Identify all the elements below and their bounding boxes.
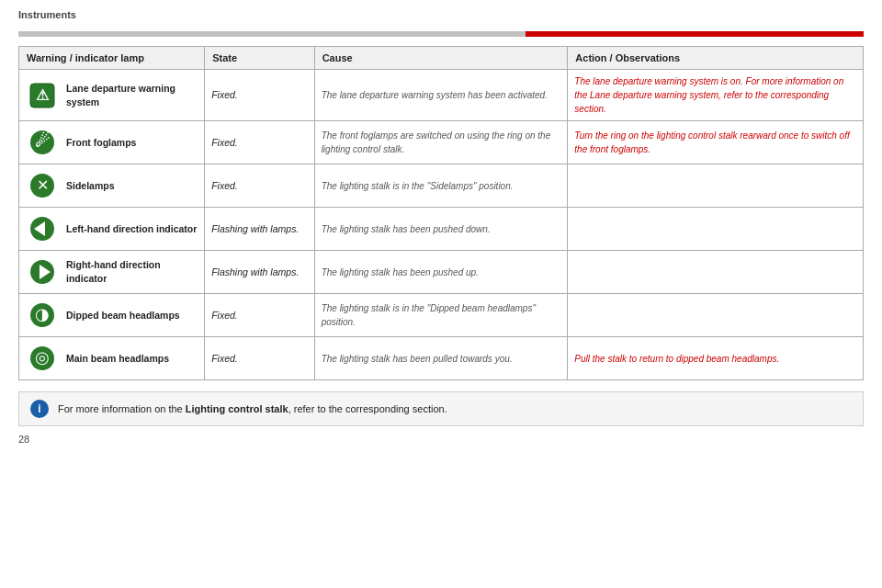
right-arrow-icon: [26, 255, 59, 288]
action-sidelamps: [568, 164, 864, 208]
table-row: Left-hand direction indicator Flashing w…: [19, 208, 864, 251]
cause-left-hand-direction: The lighting stalk has been pushed down.: [314, 208, 568, 251]
action-left-hand-direction: [568, 208, 864, 251]
left-arrow-icon: [26, 212, 59, 245]
page-number: 28: [18, 434, 864, 445]
lamp-label-main-beam: Main beam headlamps: [66, 352, 169, 366]
info-bold-text: Lighting control stalk: [186, 403, 288, 414]
lamp-cell-sidelamps: ✕ Sidelamps: [19, 164, 205, 208]
table-row: ⚠ Lane departure warning system Fixed.Th…: [19, 70, 864, 121]
info-text-before: For more information on the: [58, 403, 186, 414]
front-fog-icon: ☄: [26, 126, 59, 159]
lamp-cell-main-beam: ◎ Main beam headlamps: [19, 337, 205, 380]
state-sidelamps: Fixed.: [205, 164, 314, 208]
state-dipped-beam: Fixed.: [205, 294, 314, 337]
cause-lane-departure: The lane departure warning system has be…: [314, 70, 568, 121]
sidelamps-icon: ✕: [26, 169, 59, 202]
svg-text:⚠: ⚠: [36, 87, 50, 103]
lamp-label-dipped-beam: Dipped beam headlamps: [66, 309, 180, 322]
cause-main-beam: The lighting stalk has been pulled towar…: [314, 337, 568, 380]
state-right-hand-direction: Flashing with lamps.: [205, 251, 314, 294]
lamp-label-lane-departure: Lane departure warning system: [66, 82, 198, 108]
warning-lamp-table: Warning / indicator lamp State Cause Act…: [18, 46, 864, 380]
col-header-state: State: [205, 47, 314, 70]
lamp-label-right-hand-direction: Right-hand direction indicator: [66, 258, 198, 285]
table-header-row: Warning / indicator lamp State Cause Act…: [19, 47, 864, 70]
table-row: ✕ Sidelamps Fixed.The lighting stalk is …: [19, 164, 864, 208]
info-text: For more information on the Lighting con…: [58, 403, 447, 414]
cause-sidelamps: The lighting stalk is in the "Sidelamps"…: [314, 164, 568, 208]
table-row: Right-hand direction indicator Flashing …: [19, 251, 864, 294]
state-lane-departure: Fixed.: [205, 70, 314, 121]
lamp-cell-right-hand-direction: Right-hand direction indicator: [19, 251, 205, 294]
info-text-after: , refer to the corresponding section.: [288, 403, 447, 414]
col-header-lamp: Warning / indicator lamp: [19, 47, 205, 70]
svg-text:◑: ◑: [35, 305, 50, 323]
cause-front-foglamps: The front foglamps are switched on using…: [314, 121, 568, 164]
svg-text:☄: ☄: [35, 131, 50, 151]
col-header-action: Action / Observations: [568, 47, 864, 70]
lamp-cell-front-foglamps: ☄ Front foglamps: [19, 121, 205, 164]
table-row: ☄ Front foglamps Fixed.The front foglamp…: [19, 121, 864, 164]
cause-dipped-beam: The lighting stalk is in the "Dipped bea…: [314, 294, 568, 337]
action-right-hand-direction: [568, 251, 864, 294]
lamp-cell-lane-departure: ⚠ Lane departure warning system: [19, 70, 205, 121]
action-dipped-beam: [568, 294, 864, 337]
lamp-cell-dipped-beam: ◑ Dipped beam headlamps: [19, 294, 205, 337]
action-front-foglamps: Turn the ring on the lighting control st…: [568, 121, 864, 164]
main-beam-icon: ◎: [26, 342, 59, 375]
lamp-label-front-foglamps: Front foglamps: [66, 136, 136, 150]
page-header: Instruments: [18, 9, 864, 37]
info-icon: i: [30, 400, 49, 418]
cause-right-hand-direction: The lighting stalk has been pushed up.: [314, 251, 568, 294]
lamp-label-sidelamps: Sidelamps: [66, 179, 115, 193]
svg-text:◎: ◎: [35, 348, 50, 367]
svg-text:✕: ✕: [37, 177, 49, 193]
table-row: ◑ Dipped beam headlamps Fixed.The lighti…: [19, 294, 864, 337]
col-header-cause: Cause: [314, 47, 568, 70]
lane-departure-icon: ⚠: [26, 79, 59, 112]
state-front-foglamps: Fixed.: [205, 121, 314, 164]
section-divider: [18, 31, 864, 37]
info-bar: i For more information on the Lighting c…: [18, 391, 864, 426]
dipped-beam-icon: ◑: [26, 299, 59, 332]
state-main-beam: Fixed.: [205, 337, 314, 380]
lamp-label-left-hand-direction: Left-hand direction indicator: [66, 222, 197, 236]
state-left-hand-direction: Flashing with lamps.: [205, 208, 314, 251]
action-main-beam: Pull the stalk to return to dipped beam …: [568, 337, 864, 380]
table-row: ◎ Main beam headlamps Fixed.The lighting…: [19, 337, 864, 380]
lamp-cell-left-hand-direction: Left-hand direction indicator: [19, 208, 205, 251]
action-lane-departure: The lane departure warning system is on.…: [568, 70, 864, 121]
